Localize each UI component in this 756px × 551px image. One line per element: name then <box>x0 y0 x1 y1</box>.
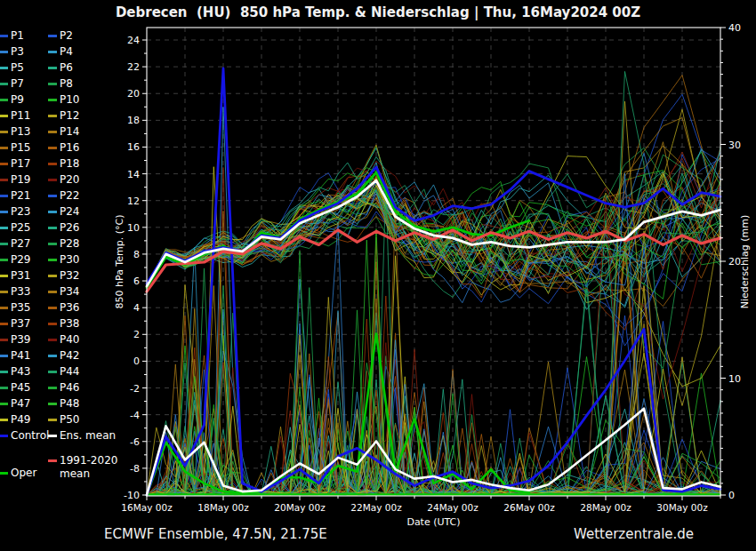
legend-item-p42-swatch <box>48 355 57 357</box>
legend-item-p3: P3 <box>0 45 24 59</box>
legend-item-p36-label: P36 <box>60 301 80 315</box>
ensemble-legend: P1P2P3P4P5P6P7P8P9P10P11P12P13P14P15P16P… <box>0 0 147 551</box>
legend-item-climate-mean-label: 1991-2020mean <box>60 454 117 481</box>
legend-item-ens-mean-swatch <box>48 435 57 437</box>
legend-item-p3-swatch <box>0 51 8 53</box>
legend-item-p47-swatch <box>0 403 8 405</box>
legend-item-p45-label: P45 <box>11 381 31 395</box>
legend-item-p24-swatch <box>48 211 57 213</box>
legend-item-p27: P27 <box>0 237 31 251</box>
legend-item-oper: Oper <box>0 467 36 480</box>
legend-item-p22-label: P22 <box>60 189 80 203</box>
legend-item-p47-label: P47 <box>11 397 31 411</box>
legend-item-oper-swatch <box>0 472 8 475</box>
legend-item-p42-label: P42 <box>60 349 80 363</box>
legend-item-p14-label: P14 <box>60 125 80 139</box>
legend-item-control-label: Control <box>11 429 49 443</box>
legend-item-p21-swatch <box>0 195 8 197</box>
legend-item-p21: P21 <box>0 189 31 203</box>
legend-item-p9: P9 <box>0 93 24 107</box>
legend-item-p48: P48 <box>48 397 80 411</box>
legend-item-p44-label: P44 <box>60 365 80 379</box>
legend-item-p31: P31 <box>0 269 31 283</box>
legend-item-control-swatch <box>0 435 8 437</box>
legend-item-p49-swatch <box>0 419 8 421</box>
legend-item-p39-label: P39 <box>11 333 31 347</box>
legend-item-p13: P13 <box>0 125 31 139</box>
legend-item-p36-swatch <box>48 307 57 309</box>
legend-item-p13-label: P13 <box>11 125 31 139</box>
legend-item-p30-label: P30 <box>60 253 80 267</box>
legend-item-p50-label: P50 <box>60 413 80 427</box>
legend-item-p37: P37 <box>0 317 31 331</box>
legend-item-p20-swatch <box>48 179 57 181</box>
svg-text:26May 00z: 26May 00z <box>503 502 555 513</box>
legend-item-p28-label: P28 <box>60 237 80 251</box>
legend-item-p41: P41 <box>0 349 31 363</box>
legend-item-p14-swatch <box>48 131 57 133</box>
legend-item-p50-swatch <box>48 419 57 421</box>
legend-item-p16-swatch <box>48 147 57 149</box>
legend-item-p1-swatch <box>0 35 8 37</box>
legend-item-p28: P28 <box>48 237 80 251</box>
svg-text:30: 30 <box>728 140 741 151</box>
legend-item-p6: P6 <box>48 61 73 75</box>
svg-text:Date (UTC): Date (UTC) <box>406 516 460 528</box>
svg-text:0: 0 <box>728 490 735 501</box>
legend-item-p21-label: P21 <box>11 189 31 203</box>
legend-item-p43: P43 <box>0 365 31 379</box>
legend-item-p11-label: P11 <box>11 109 31 123</box>
legend-item-p38-swatch <box>48 323 57 325</box>
legend-item-p38-label: P38 <box>60 317 80 331</box>
legend-item-p4-label: P4 <box>60 45 73 59</box>
legend-item-p41-label: P41 <box>11 349 31 363</box>
legend-item-p36: P36 <box>48 301 80 315</box>
legend-item-p7: P7 <box>0 77 24 91</box>
legend-item-p26: P26 <box>48 221 80 235</box>
legend-item-p19-label: P19 <box>11 173 31 187</box>
legend-item-p44-swatch <box>48 371 57 373</box>
legend-item-p10-swatch <box>48 99 57 101</box>
svg-text:10: 10 <box>728 373 741 385</box>
legend-item-p8-swatch <box>48 83 57 85</box>
legend-item-p43-label: P43 <box>11 365 31 379</box>
legend-item-p43-swatch <box>0 371 8 373</box>
legend-item-p18-swatch <box>48 163 57 165</box>
legend-item-oper-label: Oper <box>11 467 36 480</box>
legend-item-p35-swatch <box>0 307 8 309</box>
legend-item-p23-swatch <box>0 211 8 213</box>
legend-item-p8-label: P8 <box>60 77 73 91</box>
legend-item-p32-swatch <box>48 275 57 277</box>
legend-item-p33: P33 <box>0 285 31 299</box>
legend-item-p46-swatch <box>48 387 57 389</box>
legend-item-p41-swatch <box>0 355 8 357</box>
legend-item-p45: P45 <box>0 381 31 395</box>
legend-item-p32: P32 <box>48 269 80 283</box>
legend-item-p31-label: P31 <box>11 269 31 283</box>
legend-item-p15: P15 <box>0 141 31 155</box>
legend-item-p37-swatch <box>0 323 8 325</box>
legend-item-climate-mean-label2: mean <box>60 467 90 480</box>
legend-item-p6-label: P6 <box>60 61 73 75</box>
site-credit: Wetterzentrale.de <box>574 526 694 542</box>
model-location-caption: ECMWF Ensemble, 47.5N, 21.75E <box>104 526 327 542</box>
legend-item-p22-swatch <box>48 195 57 197</box>
legend-item-p23-label: P23 <box>11 205 31 219</box>
svg-text:Niederschlag (mm): Niederschlag (mm) <box>739 215 751 308</box>
legend-item-p50: P50 <box>48 413 80 427</box>
legend-item-p11-swatch <box>0 115 8 117</box>
legend-item-p14: P14 <box>48 125 80 139</box>
legend-item-p19-swatch <box>0 179 8 181</box>
legend-item-p5: P5 <box>0 61 24 75</box>
legend-item-p4: P4 <box>48 45 73 59</box>
legend-item-p26-swatch <box>48 227 57 229</box>
legend-item-p9-swatch <box>0 99 8 101</box>
legend-item-p2-label: P2 <box>60 29 73 43</box>
legend-item-p12-label: P12 <box>60 109 80 123</box>
legend-item-p34-label: P34 <box>60 285 80 299</box>
legend-item-p48-label: P48 <box>60 397 80 411</box>
legend-item-p17-label: P17 <box>11 157 31 171</box>
legend-item-p7-swatch <box>0 83 8 85</box>
legend-item-p29-label: P29 <box>11 253 31 267</box>
legend-item-p49: P49 <box>0 413 31 427</box>
